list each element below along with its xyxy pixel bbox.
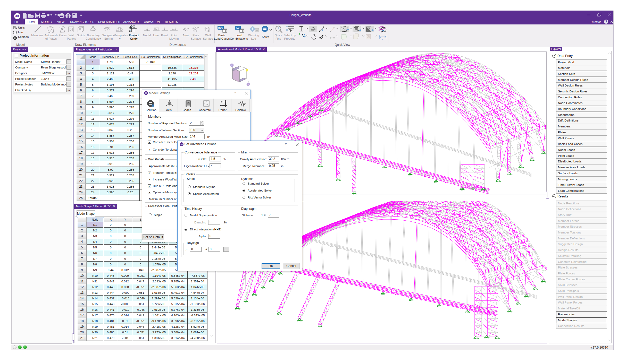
svg-text:2: 2 xyxy=(134,26,135,28)
svg-text:!: ! xyxy=(252,27,253,31)
svg-text:x: x xyxy=(382,38,383,40)
svg-text:X: X xyxy=(247,83,249,85)
svg-text:1: 1 xyxy=(131,26,132,28)
svg-text:Z: Z xyxy=(231,64,233,66)
svg-text:N: N xyxy=(302,34,305,38)
svg-text:BLC: BLC xyxy=(218,27,223,29)
svg-text:LC: LC xyxy=(236,27,239,29)
